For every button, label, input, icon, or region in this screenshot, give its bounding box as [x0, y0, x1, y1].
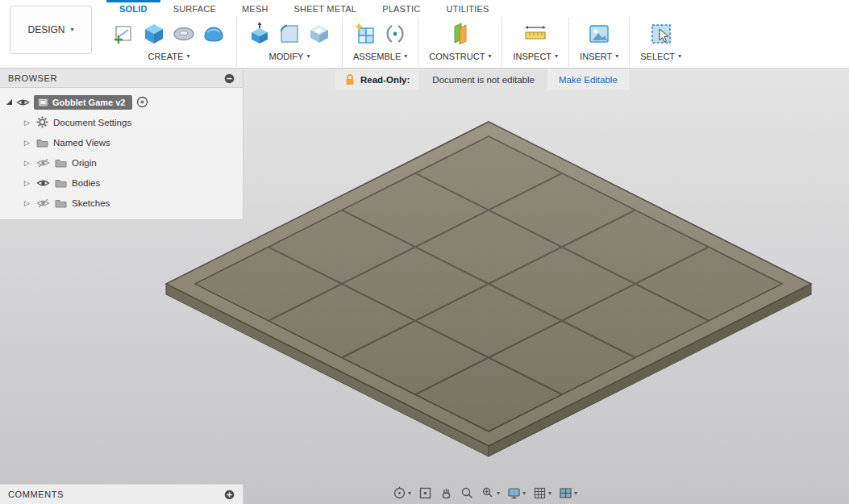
- create-form-icon[interactable]: [202, 22, 226, 46]
- expand-closed-icon[interactable]: ▷: [24, 139, 31, 147]
- readonly-label: Read-Only:: [360, 75, 410, 85]
- tree-row-sketches[interactable]: ▷ Sketches: [0, 193, 243, 213]
- group-create: CREATE▾: [102, 17, 236, 67]
- tab-mesh[interactable]: MESH: [229, 0, 281, 15]
- fit-tool[interactable]: ▾: [481, 486, 500, 500]
- folder-icon: [55, 198, 67, 208]
- chevron-down-icon: ▾: [71, 27, 74, 33]
- group-insert: INSERT▾: [568, 17, 629, 67]
- group-modify: MODIFY▾: [236, 17, 342, 67]
- chevron-down-icon: ▾: [488, 53, 491, 60]
- lock-icon: [345, 74, 355, 85]
- display-settings-tool[interactable]: ▾: [507, 486, 526, 500]
- tree-row-root-component[interactable]: Gobblet Game v2: [0, 92, 243, 112]
- tree-item-label: Origin: [72, 158, 97, 168]
- pan-tool[interactable]: [439, 486, 453, 500]
- chevron-down-icon: ▾: [615, 53, 618, 60]
- fillet-icon[interactable]: [277, 22, 302, 46]
- browser-title: BROWSER: [8, 73, 57, 83]
- tree-item-label: Sketches: [72, 198, 110, 208]
- expand-comments-icon[interactable]: [224, 489, 235, 500]
- chevron-down-icon: ▾: [186, 53, 189, 60]
- activate-component-radio-icon[interactable]: [136, 96, 148, 108]
- create-sketch-icon[interactable]: [112, 22, 136, 46]
- expand-closed-icon[interactable]: ▷: [24, 199, 31, 207]
- tree-row-document-settings[interactable]: ▷ Document Settings: [0, 112, 243, 132]
- component-icon: [38, 98, 48, 107]
- pan-hand-icon: [439, 486, 453, 500]
- look-at-tool[interactable]: [418, 486, 432, 500]
- tree-row-bodies[interactable]: ▷ Bodies: [0, 173, 243, 193]
- browser-header[interactable]: BROWSER: [0, 69, 243, 88]
- zoom-tool[interactable]: [460, 486, 474, 500]
- revolve-icon[interactable]: [172, 22, 196, 46]
- folder-icon: [55, 178, 67, 188]
- grid-settings-tool[interactable]: ▾: [533, 486, 551, 500]
- display-settings-icon: [507, 486, 521, 500]
- expand-open-icon[interactable]: [6, 99, 12, 105]
- root-component-pill[interactable]: Gobblet Game v2: [34, 95, 132, 110]
- group-inspect: INSPECT▾: [501, 17, 568, 67]
- fusion-app-window: DESIGN ▾ SOLID SURFACE MESH SHEET METAL …: [0, 0, 849, 504]
- design-workspace-dropdown[interactable]: DESIGN ▾: [10, 6, 92, 54]
- folder-icon: [36, 138, 48, 148]
- orbit-icon: [393, 486, 406, 500]
- tab-plastic[interactable]: PLASTIC: [369, 0, 433, 15]
- insert-canvas-icon[interactable]: [587, 22, 611, 46]
- measure-icon[interactable]: [523, 22, 547, 46]
- browser-panel: BROWSER Gobblet Game v2: [0, 69, 243, 220]
- construct-plane-icon[interactable]: [448, 22, 472, 46]
- folder-icon: [55, 158, 67, 168]
- expand-closed-icon[interactable]: ▷: [24, 179, 31, 187]
- make-editable-button[interactable]: Make Editable: [547, 69, 629, 90]
- ribbon-groups: CREATE▾: [102, 17, 692, 67]
- viewports-icon: [559, 486, 572, 500]
- visibility-off-eye-icon[interactable]: [36, 158, 50, 168]
- root-component-label: Gobblet Game v2: [52, 98, 125, 107]
- tree-item-label: Named Views: [53, 138, 110, 148]
- chevron-down-icon: ▾: [522, 490, 526, 497]
- top-toolbar: DESIGN ▾ SOLID SURFACE MESH SHEET METAL …: [0, 0, 849, 69]
- press-pull-icon[interactable]: [248, 22, 272, 46]
- visibility-eye-icon[interactable]: [16, 98, 30, 107]
- visibility-off-eye-icon[interactable]: [36, 198, 50, 208]
- orbit-tool[interactable]: ▾: [393, 486, 411, 500]
- modify-dropdown[interactable]: MODIFY▾: [269, 52, 310, 61]
- construct-dropdown[interactable]: CONSTRUCT▾: [429, 52, 491, 61]
- tree-row-named-views[interactable]: ▷ Named Views: [0, 132, 243, 152]
- assemble-dropdown[interactable]: ASSEMBLE▾: [353, 52, 407, 61]
- joint-icon[interactable]: [383, 22, 407, 46]
- visibility-eye-icon[interactable]: [36, 178, 50, 188]
- chevron-down-icon: ▾: [306, 53, 310, 60]
- viewports-tool[interactable]: ▾: [559, 486, 577, 500]
- inspect-dropdown[interactable]: INSPECT▾: [513, 52, 558, 61]
- tab-utilities[interactable]: UTILITIES: [433, 0, 501, 15]
- group-construct: CONSTRUCT▾: [418, 17, 501, 67]
- select-dropdown[interactable]: SELECT▾: [640, 52, 681, 61]
- expand-closed-icon[interactable]: ▷: [24, 119, 31, 127]
- tab-sheet-metal[interactable]: SHEET METAL: [281, 0, 370, 15]
- readonly-status: Read-Only:: [335, 69, 419, 90]
- view-navigation-bar: ▾: [393, 486, 577, 500]
- chevron-down-icon: ▾: [678, 53, 681, 60]
- collapse-panel-icon[interactable]: [224, 73, 235, 84]
- comments-title: COMMENTS: [8, 489, 64, 499]
- readonly-message-area: Document is not editable: [419, 69, 547, 90]
- select-icon[interactable]: [649, 22, 673, 46]
- tab-solid[interactable]: SOLID: [106, 0, 160, 15]
- new-component-icon[interactable]: [353, 22, 377, 46]
- shell-icon[interactable]: [307, 22, 331, 46]
- chevron-down-icon: ▾: [404, 53, 407, 60]
- group-assemble: ASSEMBLE▾: [342, 17, 418, 67]
- extrude-icon[interactable]: [142, 22, 166, 46]
- comments-panel-header[interactable]: COMMENTS: [0, 484, 243, 504]
- look-at-icon: [418, 486, 432, 500]
- expand-closed-icon[interactable]: ▷: [24, 159, 31, 167]
- zoom-icon: [460, 486, 474, 500]
- create-dropdown[interactable]: CREATE▾: [148, 52, 190, 61]
- tab-surface[interactable]: SURFACE: [160, 0, 229, 15]
- tree-row-origin[interactable]: ▷ Origin: [0, 152, 243, 173]
- tree-item-label: Document Settings: [53, 118, 131, 127]
- insert-dropdown[interactable]: INSERT▾: [580, 52, 618, 61]
- tree-item-label: Bodies: [72, 178, 100, 188]
